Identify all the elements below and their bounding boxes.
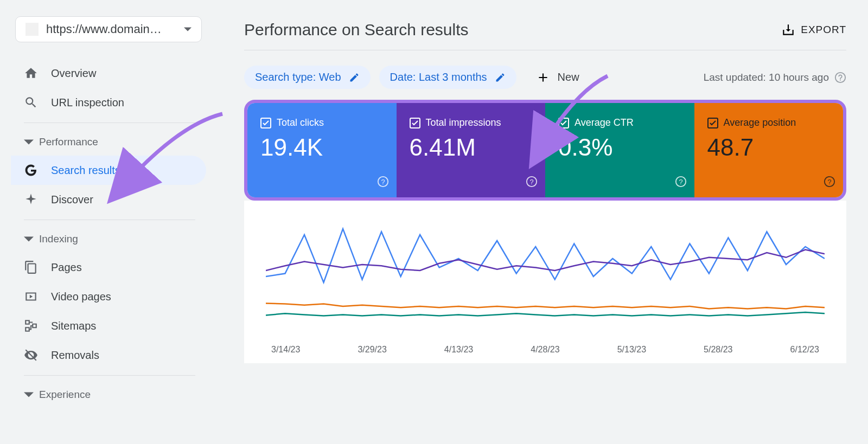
svg-text:?: ? [381,178,385,186]
metric-help[interactable]: ? [824,176,835,190]
google-icon [24,163,38,177]
metric-value: 48.7 [707,134,831,161]
section-indexing[interactable]: Indexing [11,226,217,253]
nav-label: Removals [51,349,99,362]
chevron-down-icon [24,234,34,244]
property-url: https://www.domain… [46,22,184,36]
search-icon [24,95,38,110]
nav-label: Discover [51,194,93,206]
nav-label: Video pages [51,291,111,303]
section-label: Performance [39,136,98,148]
chart-x-axis: 3/14/23 3/29/23 4/13/23 4/28/23 5/13/23 … [271,345,819,355]
export-button[interactable]: EXPORT [781,23,846,37]
metric-value: 0.3% [558,134,681,161]
chevron-down-icon [24,390,34,400]
nav-pages[interactable]: Pages [11,253,206,282]
help-icon: ? [377,176,389,188]
section-label: Experience [39,389,91,401]
x-tick: 6/12/23 [790,345,819,355]
section-performance[interactable]: Performance [11,128,217,156]
metric-help[interactable]: ? [377,176,389,190]
nav-overview[interactable]: Overview [11,59,206,88]
metric-clicks[interactable]: Total clicks 19.4K ? [247,103,397,197]
checkbox-checked-icon [260,118,271,128]
last-updated: Last updated: 10 hours ago [704,72,846,83]
metric-help[interactable]: ? [526,176,538,190]
checkbox-checked-icon [410,118,420,128]
performance-chart[interactable] [266,217,825,336]
page-title: Performance on Search results [244,21,469,39]
discover-icon [24,192,38,207]
plus-icon [536,70,550,85]
sitemaps-icon [24,319,38,333]
home-icon [24,66,38,80]
dropdown-icon [184,25,192,33]
section-experience[interactable]: Experience [11,381,217,408]
filter-search-type[interactable]: Search type: Web [244,66,371,89]
property-selector[interactable]: https://www.domain… [15,16,202,42]
chevron-down-icon [24,137,34,147]
svg-text:?: ? [679,178,682,186]
help-icon: ? [526,176,538,188]
add-filter-button[interactable]: New [536,70,579,85]
nav-removals[interactable]: Removals [11,340,206,370]
chip-label: Date: Last 3 months [390,71,487,83]
metric-impressions[interactable]: Total impressions 6.41M ? [397,103,546,197]
svg-point-0 [835,72,845,82]
metric-value: 6.41M [410,134,533,161]
help-icon[interactable] [834,72,846,83]
filter-date[interactable]: Date: Last 3 months [379,66,516,89]
metrics-highlight-box: Total clicks 19.4K ? Total impressions 6… [244,100,846,201]
metric-label: Total clicks [277,117,324,128]
performance-chart-card: 3/14/23 3/29/23 4/13/23 4/28/23 5/13/23 … [244,201,846,363]
edit-icon [349,72,360,83]
nav-url-inspection[interactable]: URL inspection [11,88,206,117]
metric-help[interactable]: ? [675,176,687,190]
nav-label: Sitemaps [51,320,96,332]
nav-label: Pages [51,261,82,274]
metric-ctr[interactable]: Average CTR 0.3% ? [545,103,694,197]
checkbox-checked-icon [558,118,569,128]
nav-label: Search results [51,164,120,177]
video-icon [24,289,38,304]
chip-label: Search type: Web [255,71,341,83]
svg-text:?: ? [827,178,831,186]
nav-sitemaps[interactable]: Sitemaps [11,311,206,340]
x-tick: 5/28/23 [704,345,732,355]
x-tick: 4/28/23 [531,345,559,355]
x-tick: 3/14/23 [271,345,300,355]
metric-label: Average CTR [575,117,634,128]
help-icon: ? [675,176,687,188]
site-favicon [25,23,39,36]
x-tick: 4/13/23 [444,345,473,355]
download-icon [781,23,795,37]
nav-discover[interactable]: Discover [11,185,206,214]
metric-position[interactable]: Average position 48.7 ? [694,103,844,197]
updated-text: Last updated: 10 hours ago [704,72,829,83]
metric-label: Total impressions [426,117,501,128]
export-label: EXPORT [801,24,846,36]
section-label: Indexing [39,233,78,245]
nav-video-pages[interactable]: Video pages [11,282,206,311]
edit-icon [495,72,506,83]
add-label: New [558,71,579,83]
metric-label: Average position [724,117,796,128]
help-icon: ? [824,176,835,188]
removals-icon [24,348,38,362]
nav-label: Overview [51,67,96,80]
pages-icon [24,260,38,274]
metric-value: 19.4K [260,134,384,161]
checkbox-checked-icon [707,118,718,128]
x-tick: 3/29/23 [358,345,386,355]
x-tick: 5/13/23 [617,345,646,355]
nav-label: URL inspection [51,96,124,109]
svg-text:?: ? [529,178,533,186]
nav-search-results[interactable]: Search results [11,156,206,185]
